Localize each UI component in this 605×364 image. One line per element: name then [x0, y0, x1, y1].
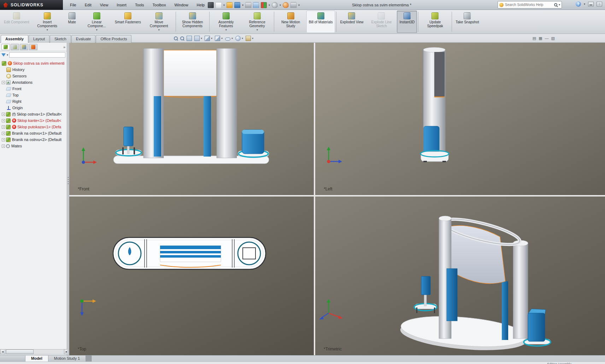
- help-dropdown-icon[interactable]: ▾: [584, 2, 585, 6]
- zoom-to-area-icon[interactable]: [180, 36, 184, 40]
- tab-office-products[interactable]: Office Products: [96, 35, 131, 43]
- exploded-view-button[interactable]: Exploded View: [337, 11, 366, 33]
- expand-icon[interactable]: [2, 125, 5, 129]
- menu-toolbox[interactable]: Toolbox: [148, 1, 170, 9]
- apply-scene-icon[interactable]: [246, 36, 251, 41]
- tree-item-sensors[interactable]: Sensors: [1, 73, 67, 79]
- viewport-trimetric[interactable]: *Trimetric: [315, 196, 605, 355]
- panel-overflow-chevron-icon[interactable]: »: [63, 45, 65, 49]
- tab-sketch[interactable]: Sketch: [50, 35, 71, 43]
- previous-view-icon[interactable]: [187, 36, 192, 41]
- scrollbar-thumb[interactable]: [6, 350, 34, 354]
- reference-geometry-button[interactable]: Reference Geometry ▾: [242, 11, 273, 33]
- search-input[interactable]: [505, 3, 553, 7]
- menu-view[interactable]: View: [96, 1, 113, 9]
- filter-funnel-icon[interactable]: [1, 53, 6, 57]
- pin-menu-icon[interactable]: [208, 2, 214, 8]
- insert-components-dropdown-icon[interactable]: ▾: [47, 28, 48, 31]
- options-gear-icon[interactable]: [272, 2, 278, 8]
- options-dropdown-icon[interactable]: ▾: [280, 4, 281, 7]
- instant3d-button[interactable]: Instant3D: [397, 11, 417, 33]
- zoom-to-fit-icon[interactable]: [174, 36, 178, 40]
- search-dropdown-icon[interactable]: ▾: [559, 3, 560, 6]
- tree-item-origin[interactable]: Origin: [1, 105, 67, 111]
- motion-study-tab[interactable]: Motion Study 1: [48, 356, 86, 362]
- dimxpert-manager-tab[interactable]: [29, 44, 37, 50]
- mate-button[interactable]: Mate: [63, 11, 81, 33]
- save-icon[interactable]: [234, 2, 240, 8]
- tab-evaluate[interactable]: Evaluate: [71, 35, 96, 43]
- new-study-stub[interactable]: [86, 356, 92, 362]
- new-dropdown-icon[interactable]: ▾: [223, 4, 225, 7]
- scroll-left-icon[interactable]: ◄: [0, 349, 5, 354]
- undo-icon[interactable]: [253, 2, 259, 8]
- property-manager-tab[interactable]: [11, 44, 19, 50]
- explode-line-sketch-button[interactable]: Explode Line Sketch: [366, 11, 397, 33]
- linear-component-pattern-button[interactable]: Linear Compone... ▾: [81, 11, 112, 33]
- open-document-icon[interactable]: [227, 2, 233, 8]
- edit-appearance-icon[interactable]: [235, 36, 241, 41]
- edit-component-button[interactable]: Edit Component: [1, 11, 32, 33]
- tree-item-annotations[interactable]: Annotations: [1, 79, 67, 86]
- reference-geometry-dropdown-icon[interactable]: ▾: [257, 28, 258, 31]
- tree-item-sklop-kante[interactable]: Sklop kante<1> (Default<: [1, 117, 67, 124]
- assembly-features-button[interactable]: Assembly Features ▾: [211, 11, 242, 33]
- restore-icon[interactable]: [597, 2, 602, 6]
- menu-edit[interactable]: Edit: [81, 1, 96, 9]
- expand-icon[interactable]: [2, 113, 5, 116]
- viewport-front[interactable]: *Front: [69, 43, 314, 195]
- menu-window[interactable]: Window: [170, 1, 192, 9]
- tree-item-sklop-putokaza[interactable]: Sklop putokaza<1> (Defa: [1, 124, 67, 130]
- menu-file[interactable]: File: [66, 1, 81, 9]
- expand-icon[interactable]: [2, 138, 5, 141]
- viewport-left[interactable]: *Left: [315, 43, 605, 195]
- splitter-handle[interactable]: [67, 176, 69, 186]
- help-icon[interactable]: ?: [576, 1, 581, 7]
- link-views-icon[interactable]: —: [545, 36, 549, 41]
- feature-manager-tab[interactable]: [1, 44, 10, 50]
- viewport-top[interactable]: *Top: [69, 196, 314, 355]
- rebuild-dropdown-icon[interactable]: ▾: [269, 4, 270, 7]
- scrollbar-track[interactable]: [5, 349, 64, 354]
- expand-icon[interactable]: [2, 81, 5, 84]
- view-orientation-icon[interactable]: [205, 36, 210, 41]
- smart-fasteners-button[interactable]: Smart Fasteners: [112, 11, 143, 33]
- fullscreen-icon[interactable]: ▧: [551, 36, 555, 41]
- help-search-box[interactable]: ▾: [498, 1, 562, 8]
- linear-pattern-dropdown-icon[interactable]: ▾: [96, 28, 98, 31]
- hide-show-items-icon[interactable]: [225, 37, 230, 41]
- section-view-icon[interactable]: [194, 36, 200, 41]
- tree-item-front-plane[interactable]: Front: [1, 86, 67, 92]
- new-document-icon[interactable]: [216, 2, 222, 8]
- tree-item-branik-1[interactable]: Branik na ostrvu<1> (Default: [1, 130, 67, 136]
- bill-of-materials-button[interactable]: Bill of Materials: [306, 11, 335, 33]
- menu-help[interactable]: Help: [193, 1, 209, 9]
- filter-dropdown-icon[interactable]: ▾: [7, 53, 8, 57]
- search-icon[interactable]: [554, 3, 557, 6]
- update-speedpak-button[interactable]: Update Speedpak: [419, 11, 451, 33]
- display-style-icon[interactable]: [215, 36, 220, 41]
- rebuild-icon[interactable]: [261, 2, 267, 8]
- expand-icon[interactable]: [2, 145, 5, 148]
- move-component-dropdown-icon[interactable]: ▾: [158, 28, 160, 31]
- minimize-icon[interactable]: [588, 2, 594, 6]
- expand-icon[interactable]: [2, 119, 5, 122]
- print-icon[interactable]: [245, 2, 251, 8]
- tree-item-branik-2[interactable]: Branik na ostrvu<2> (Default: [1, 136, 67, 143]
- menu-insert[interactable]: Insert: [112, 1, 131, 9]
- take-snapshot-button[interactable]: Take Snapshot: [453, 11, 481, 33]
- tab-assembly[interactable]: Assembly: [1, 35, 28, 43]
- new-motion-study-button[interactable]: New Motion Study: [275, 11, 306, 33]
- show-hidden-components-button[interactable]: Show Hidden Components: [177, 11, 208, 33]
- tree-item-right-plane[interactable]: Right: [1, 98, 67, 105]
- model-tab[interactable]: Model: [25, 356, 48, 362]
- tree-item-sklop-ostrva[interactable]: (f) Sklop ostrva<1> (Default<: [1, 111, 67, 117]
- tree-horizontal-scrollbar[interactable]: ◄ ►: [0, 349, 69, 354]
- tree-item-top-plane[interactable]: Top: [1, 92, 67, 98]
- single-view-icon[interactable]: ▤: [533, 36, 536, 41]
- insert-components-button[interactable]: Insert Components ▾: [32, 11, 63, 33]
- tree-item-mates[interactable]: Mates: [1, 143, 67, 149]
- tree-item-root-assembly[interactable]: Sklop ostrva sa svim elementi: [1, 60, 67, 66]
- assembly-features-dropdown-icon[interactable]: ▾: [225, 28, 227, 31]
- tree-item-history[interactable]: History: [1, 66, 67, 73]
